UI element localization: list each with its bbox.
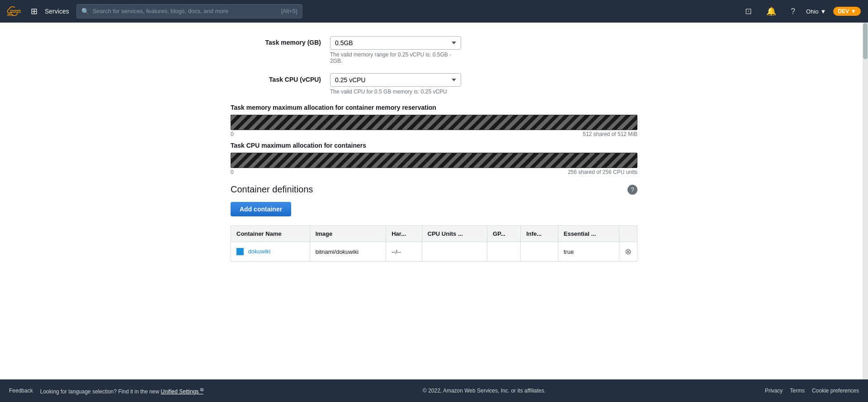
container-inference-cell (521, 242, 558, 262)
privacy-link[interactable]: Privacy (765, 388, 783, 394)
col-inference: Infe... (521, 226, 558, 242)
container-definitions-header: Container definitions ? (231, 184, 637, 195)
container-definitions-help-icon[interactable]: ? (627, 185, 637, 195)
help-icon[interactable]: ? (787, 7, 799, 16)
container-name-cell: dokuwiki (231, 242, 310, 262)
task-cpu-row: Task CPU (vCPU) 0.25 vCPU 0.5 vCPU 1 vCP… (231, 73, 637, 95)
cpu-bar-min: 0 (231, 169, 234, 175)
search-shortcut: [Alt+S] (281, 8, 297, 14)
task-memory-label: Task memory (GB) (231, 36, 321, 46)
container-color-indicator (236, 248, 244, 255)
task-cpu-field-wrap: 0.25 vCPU 0.5 vCPU 1 vCPU The valid CPU … (330, 73, 461, 95)
task-memory-hint: The valid memory range for 0.25 vCPU is:… (330, 51, 461, 64)
task-cpu-label: Task CPU (vCPU) (231, 73, 321, 83)
container-name-link[interactable]: dokuwiki (248, 248, 271, 255)
external-link-icon: ⧉ (200, 387, 203, 392)
svg-text:aws: aws (7, 13, 13, 16)
task-cpu-select[interactable]: 0.25 vCPU 0.5 vCPU 1 vCPU (330, 73, 461, 87)
task-cpu-hint: The valid CPU for 0.5 GB memory is: 0.25… (330, 89, 461, 95)
cpu-bar-labels: 0 256 shared of 256 CPU units (231, 169, 637, 175)
containers-table-head: Container Name Image Har... CPU Units ..… (231, 226, 637, 242)
cpu-bar-title: Task CPU maximum allocation for containe… (231, 142, 637, 149)
container-image-cell: bitnami/dokuwiki (310, 242, 386, 262)
memory-bar-max: 512 shared of 512 MiB (583, 131, 637, 137)
container-hardware-cell: --/-- (386, 242, 422, 262)
cpu-bar-max: 256 shared of 256 CPU units (568, 169, 637, 175)
bell-icon[interactable]: 🔔 (763, 6, 780, 16)
footer-right: Privacy Terms Cookie preferences (765, 388, 859, 394)
memory-bar-min: 0 (231, 131, 234, 137)
col-gpu: GP... (487, 226, 521, 242)
top-navigation: aws ⊞ Services 🔍 [Alt+S] ⊡ 🔔 ? Ohio ▼ DE… (0, 0, 868, 23)
add-container-button[interactable]: Add container (231, 202, 291, 216)
container-essential-cell: true (558, 242, 619, 262)
remove-container-button[interactable]: ⊗ (625, 247, 632, 257)
footer-language-hint-text: Looking for language selection? Find it … (40, 388, 160, 395)
grid-icon[interactable]: ⊞ (31, 6, 38, 16)
table-row: dokuwiki bitnami/dokuwiki --/-- true ⊗ (231, 242, 637, 262)
scrollbar-track[interactable] (863, 23, 868, 379)
search-icon: 🔍 (81, 8, 89, 15)
region-chevron-icon: ▼ (821, 8, 826, 15)
col-cpu-units: CPU Units ... (422, 226, 487, 242)
memory-allocation-section: Task memory maximum allocation for conta… (231, 104, 637, 137)
col-container-name: Container Name (231, 226, 310, 242)
footer-center: © 2022, Amazon Web Services, Inc. or its… (212, 388, 756, 394)
env-selector[interactable]: DEV ▼ (833, 7, 861, 16)
col-image: Image (310, 226, 386, 242)
region-selector[interactable]: Ohio ▼ (806, 8, 826, 15)
footer: Feedback Looking for language selection?… (0, 379, 868, 402)
container-gpu-cell (487, 242, 521, 262)
unified-settings-link[interactable]: Unified Settings ⧉ (161, 388, 203, 395)
env-label: DEV (838, 8, 849, 14)
cpu-bar (231, 153, 637, 168)
containers-table: Container Name Image Har... CPU Units ..… (231, 225, 637, 262)
aws-logo[interactable]: aws (7, 6, 24, 16)
col-hardware: Har... (386, 226, 422, 242)
task-memory-select[interactable]: 0.5GB 1GB 2GB (330, 36, 461, 50)
task-memory-field-wrap: 0.5GB 1GB 2GB The valid memory range for… (330, 36, 461, 64)
env-chevron-icon: ▼ (851, 8, 856, 14)
search-bar[interactable]: 🔍 [Alt+S] (76, 4, 302, 19)
col-essential: Essential ... (558, 226, 619, 242)
search-input[interactable] (93, 5, 278, 18)
region-label: Ohio (806, 8, 818, 15)
container-definitions-title: Container definitions (231, 184, 313, 195)
memory-bar (231, 115, 637, 130)
task-memory-row: Task memory (GB) 0.5GB 1GB 2GB The valid… (231, 36, 637, 64)
container-cpu-cell (422, 242, 487, 262)
footer-copyright: © 2022, Amazon Web Services, Inc. or its… (423, 388, 546, 394)
col-actions (619, 226, 637, 242)
cookie-preferences-link[interactable]: Cookie preferences (812, 388, 859, 394)
container-actions-cell: ⊗ (619, 242, 637, 262)
containers-table-header-row: Container Name Image Har... CPU Units ..… (231, 226, 637, 242)
terminal-icon[interactable]: ⊡ (741, 6, 755, 16)
cpu-allocation-section: Task CPU maximum allocation for containe… (231, 142, 637, 175)
footer-language-hint: Looking for language selection? Find it … (40, 387, 203, 395)
terms-link[interactable]: Terms (790, 388, 805, 394)
footer-left: Feedback Looking for language selection?… (9, 387, 203, 395)
scrollbar-thumb[interactable] (863, 23, 868, 59)
memory-bar-labels: 0 512 shared of 512 MiB (231, 131, 637, 137)
services-nav-label[interactable]: Services (45, 8, 69, 15)
containers-table-body: dokuwiki bitnami/dokuwiki --/-- true ⊗ (231, 242, 637, 262)
memory-bar-title: Task memory maximum allocation for conta… (231, 104, 637, 111)
page-content: Task memory (GB) 0.5GB 1GB 2GB The valid… (0, 23, 868, 379)
feedback-link[interactable]: Feedback (9, 388, 33, 394)
